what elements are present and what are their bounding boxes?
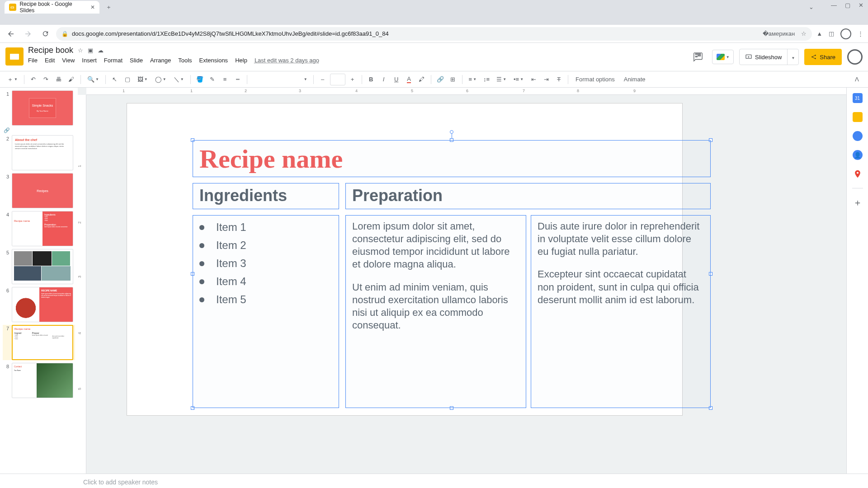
new-slide-button[interactable]: ＋▼	[5, 74, 20, 85]
canvas-area[interactable]: 1 1 2 3 4 5 6 7 8 9 1 2 3 4 5	[78, 88, 846, 474]
italic-button[interactable]: I	[378, 74, 389, 85]
border-color-button[interactable]: ✎	[207, 74, 218, 85]
font-family-select[interactable]: ▼	[251, 74, 310, 85]
add-comment-button[interactable]: ⊞	[448, 74, 458, 85]
slide-thumb-6[interactable]: 6 RECIPE NAMElorem ipsum dolor sit amet …	[3, 287, 75, 322]
menu-slide[interactable]: Slide	[130, 57, 143, 64]
menu-help[interactable]: Help	[235, 57, 247, 64]
menu-extensions[interactable]: Extensions	[199, 57, 228, 64]
contacts-addon-icon[interactable]: 👤	[853, 150, 863, 160]
slide-canvas[interactable]: Recipe name Ingredients Preparation Item…	[127, 103, 683, 416]
font-size-input[interactable]	[330, 74, 345, 85]
preparation-heading-box[interactable]: Preparation	[345, 183, 711, 209]
share-button[interactable]: Share	[804, 49, 842, 65]
fill-color-button[interactable]: 🪣	[194, 74, 205, 85]
menu-file[interactable]: File	[28, 57, 38, 64]
border-weight-button[interactable]: ≡	[220, 74, 231, 85]
bulleted-list-button[interactable]: •≡▼	[511, 74, 526, 85]
tasks-addon-icon[interactable]	[853, 131, 863, 141]
extensions-triangle-icon[interactable]: ▲	[816, 30, 822, 37]
menu-tools[interactable]: Tools	[178, 57, 192, 64]
comment-marker-icon[interactable]: 🔗	[4, 127, 10, 133]
slide-thumb-7[interactable]: 7 Recipe nameIngred• item• item• itemPre…	[3, 325, 75, 360]
increase-font-button[interactable]: +	[347, 74, 358, 85]
underline-button[interactable]: U	[391, 74, 402, 85]
slide-thumb-1[interactable]: 1 Simple SnacksBy Your Name	[3, 90, 75, 126]
preparation-right-box[interactable]: Duis aute irure dolor in reprehenderit i…	[531, 215, 711, 408]
clear-formatting-button[interactable]: T	[553, 74, 564, 85]
forward-button[interactable]	[22, 28, 34, 40]
window-minimize-icon[interactable]: —	[831, 2, 837, 9]
new-tab-button[interactable]: ＋	[102, 1, 115, 14]
browser-menu-icon[interactable]: ⋮	[858, 30, 863, 37]
browser-tab[interactable]: ▭ Recipe book - Google Slides ✕	[5, 1, 99, 14]
bookmark-icon[interactable]: ☆	[801, 30, 807, 37]
ingredients-list-box[interactable]: Item 1 Item 2 Item 3 Item 4 Item 5	[193, 215, 339, 408]
image-button[interactable]: 🖼▼	[135, 74, 151, 85]
chevron-down-icon[interactable]: ▼	[791, 56, 795, 60]
install-app-icon[interactable]: �американ	[763, 30, 795, 37]
decrease-font-button[interactable]: –	[317, 74, 328, 85]
account-avatar-button[interactable]	[847, 49, 863, 65]
browser-profile-button[interactable]	[840, 28, 851, 39]
highlight-button[interactable]: 🖍	[416, 74, 427, 85]
preparation-left-box[interactable]: Lorem ipsum dolor sit amet, consectetur …	[345, 215, 526, 408]
slide-thumb-2[interactable]: 2 About the chefLorem ipsum dolor sit am…	[3, 135, 75, 170]
tab-close-icon[interactable]: ✕	[90, 4, 95, 10]
selection-group[interactable]: Recipe name Ingredients Preparation Item…	[193, 140, 711, 408]
rotate-handle[interactable]	[450, 130, 453, 134]
toolbar-collapse-button[interactable]: ᐱ	[850, 76, 863, 83]
get-addons-button[interactable]: ＋	[853, 197, 863, 207]
comment-history-button[interactable]	[689, 48, 707, 66]
window-maximize-icon[interactable]: ▢	[845, 2, 850, 9]
menu-view[interactable]: View	[62, 57, 75, 64]
slide-thumb-5[interactable]: 5	[3, 249, 75, 284]
star-icon[interactable]: ☆	[78, 47, 83, 54]
format-options-button[interactable]: Format options	[572, 76, 618, 83]
link-button[interactable]: 🔗	[435, 74, 446, 85]
redo-button[interactable]: ↷	[41, 74, 52, 85]
side-panel-toggle-icon[interactable]: ◫	[829, 30, 834, 37]
border-dash-button[interactable]: ┅	[232, 74, 243, 85]
text-color-button[interactable]: A	[404, 74, 415, 85]
line-button[interactable]: ＼▼	[171, 74, 187, 85]
last-edit-link[interactable]: Last edit was 2 days ago	[255, 57, 319, 64]
zoom-button[interactable]: 🔍▼	[85, 74, 102, 85]
slide-thumb-8[interactable]: 8 ContactYour Name	[3, 363, 75, 398]
keep-addon-icon[interactable]	[853, 112, 863, 122]
speaker-notes-area[interactable]: Click to add speaker notes	[0, 474, 868, 488]
ingredients-heading-box[interactable]: Ingredients	[193, 183, 339, 209]
menu-edit[interactable]: Edit	[45, 57, 55, 64]
calendar-addon-icon[interactable]: 31	[853, 93, 863, 103]
decrease-indent-button[interactable]: ⇤	[528, 74, 539, 85]
numbered-list-button[interactable]: ☰▼	[494, 74, 509, 85]
menu-format[interactable]: Format	[104, 57, 123, 64]
paint-format-button[interactable]: 🖌	[66, 74, 77, 85]
window-close-icon[interactable]: ✕	[859, 2, 863, 9]
menu-arrange[interactable]: Arrange	[150, 57, 171, 64]
meet-button[interactable]: ▼	[712, 50, 734, 64]
shape-button[interactable]: ◯▼	[152, 74, 169, 85]
reload-button[interactable]	[39, 28, 52, 40]
tab-overflow-icon[interactable]: ⌄	[809, 4, 814, 10]
title-textbox[interactable]: Recipe name	[193, 140, 711, 177]
bold-button[interactable]: B	[366, 74, 377, 85]
back-button[interactable]	[5, 28, 17, 40]
slide-thumb-4[interactable]: 4 Recipe nameIngredients• item• item• it…	[3, 211, 75, 246]
undo-button[interactable]: ↶	[28, 74, 39, 85]
url-input[interactable]: 🔒 docs.google.com/presentation/d/1XEcBe1…	[56, 27, 812, 41]
slides-logo-icon[interactable]	[5, 47, 24, 66]
print-button[interactable]: 🖶	[53, 74, 64, 85]
line-spacing-button[interactable]: ↕≡	[481, 74, 492, 85]
slide-filmstrip[interactable]: 1 Simple SnacksBy Your Name 🔗 2 About th…	[0, 88, 78, 474]
maps-addon-icon[interactable]	[853, 169, 863, 179]
cloud-status-icon[interactable]: ☁	[98, 47, 104, 54]
slide-thumb-3[interactable]: 3 Recipes	[3, 173, 75, 208]
animate-button[interactable]: Animate	[620, 76, 649, 83]
slideshow-button[interactable]: Slideshow ▼	[739, 49, 799, 65]
document-title[interactable]: Recipe book	[28, 46, 73, 55]
menu-insert[interactable]: Insert	[82, 57, 97, 64]
select-tool-button[interactable]: ↖	[109, 74, 120, 85]
align-button[interactable]: ≡▼	[466, 74, 480, 85]
increase-indent-button[interactable]: ⇥	[541, 74, 552, 85]
